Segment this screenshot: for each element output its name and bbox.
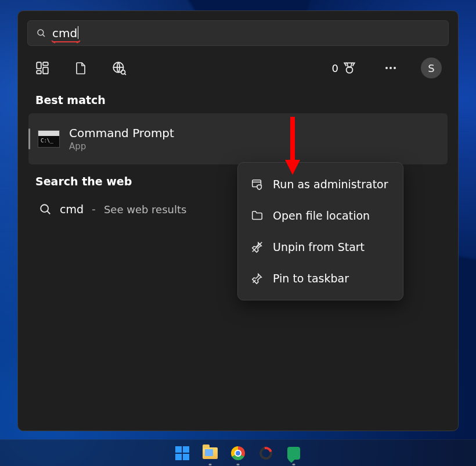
chrome-icon — [231, 446, 245, 460]
svg-line-8 — [125, 74, 126, 75]
taskbar-app-button[interactable] — [258, 445, 274, 461]
web-query: cmd — [60, 203, 84, 216]
admin-icon — [251, 178, 264, 191]
best-match-label: Best match — [27, 83, 449, 113]
svg-line-1 — [42, 34, 45, 37]
scope-apps-icon[interactable] — [34, 60, 51, 76]
taskbar-start-button[interactable] — [174, 445, 190, 461]
unpin-icon — [251, 241, 264, 253]
scope-documents-icon[interactable] — [73, 60, 89, 76]
search-value: cmd — [52, 26, 77, 40]
search-icon — [39, 203, 52, 216]
result-command-prompt[interactable]: C:\_ Command Prompt App — [28, 113, 448, 164]
context-menu: Run as administrator Open file location … — [237, 162, 403, 300]
search-input[interactable]: cmd — [52, 20, 78, 46]
result-subtitle: App — [69, 141, 174, 152]
spellcheck-underline — [52, 41, 80, 42]
taskbar-chrome-button[interactable] — [230, 445, 246, 461]
svg-point-13 — [41, 205, 48, 212]
ctx-label: Open file location — [273, 209, 370, 222]
pin-icon — [251, 272, 264, 285]
svg-rect-3 — [37, 70, 41, 73]
taskbar-chat-button[interactable] — [286, 445, 302, 461]
scope-web-icon[interactable] — [111, 60, 127, 76]
ctx-pin-to-taskbar[interactable]: Pin to taskbar — [238, 263, 403, 294]
search-icon — [36, 28, 46, 38]
caret — [78, 26, 78, 39]
cmd-app-icon: C:\_ — [38, 130, 60, 148]
svg-point-10 — [385, 67, 388, 69]
ctx-label: Run as administrator — [273, 178, 388, 191]
ctx-label: Pin to taskbar — [273, 272, 349, 285]
rewards-icon — [342, 60, 357, 76]
ctx-unpin-from-start[interactable]: Unpin from Start — [238, 231, 403, 263]
folder-icon — [203, 447, 218, 459]
more-icon — [384, 61, 398, 75]
scope-row: 0 S — [27, 46, 449, 83]
web-dash: - — [92, 203, 96, 216]
svg-rect-4 — [43, 62, 48, 65]
windows-logo-icon — [175, 446, 189, 460]
svg-point-11 — [390, 67, 392, 69]
result-title: Command Prompt — [69, 126, 174, 140]
start-search-panel: cmd 0 — [17, 10, 459, 431]
svg-rect-2 — [37, 62, 41, 69]
more-button[interactable] — [383, 60, 399, 76]
svg-point-0 — [38, 30, 44, 35]
svg-point-12 — [394, 67, 396, 69]
search-bar[interactable]: cmd — [27, 20, 449, 46]
svg-rect-5 — [43, 67, 48, 74]
avatar-initial: S — [428, 62, 434, 74]
account-avatar[interactable]: S — [421, 58, 442, 78]
rewards-points: 0 — [332, 62, 338, 74]
taskbar-explorer-button[interactable] — [202, 445, 218, 461]
rewards-button[interactable]: 0 — [332, 60, 357, 76]
ctx-label: Unpin from Start — [273, 241, 365, 253]
svg-line-14 — [47, 211, 50, 214]
web-hint: See web results — [104, 203, 187, 216]
ctx-open-file-location[interactable]: Open file location — [238, 200, 403, 231]
ctx-run-as-administrator[interactable]: Run as administrator — [238, 169, 403, 200]
ring-icon — [257, 444, 275, 461]
taskbar — [0, 439, 476, 466]
chat-icon — [287, 447, 300, 460]
svg-point-7 — [121, 70, 125, 74]
folder-icon — [251, 209, 264, 222]
